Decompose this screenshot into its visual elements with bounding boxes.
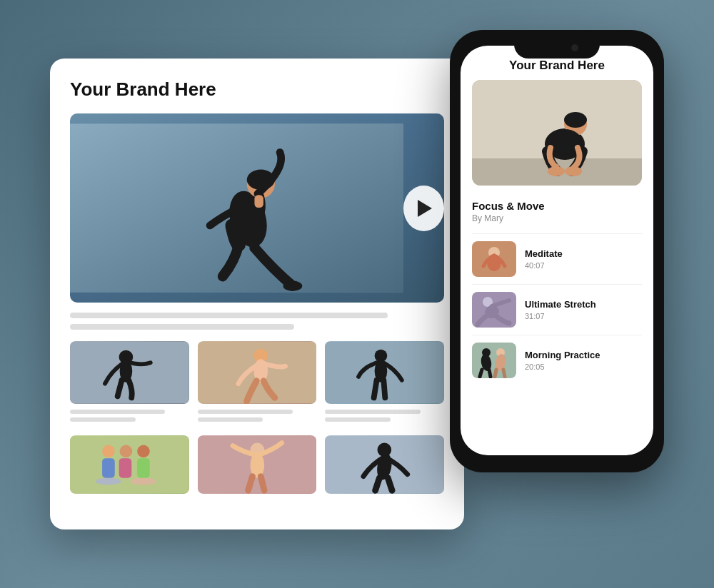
phone-item-duration-2: 31:07 bbox=[525, 312, 642, 320]
phone-screen: Your Brand Here bbox=[461, 46, 653, 455]
tablet-brand: Your Brand Here bbox=[70, 78, 444, 101]
phone-thumb-3 bbox=[472, 343, 516, 378]
play-icon bbox=[418, 200, 432, 217]
tablet-grid-item-2 bbox=[198, 341, 317, 425]
phone-item-duration-3: 20:05 bbox=[525, 363, 642, 371]
tablet-grid2-item-2 bbox=[198, 435, 317, 494]
svg-point-20 bbox=[137, 445, 150, 458]
svg-point-5 bbox=[283, 281, 303, 291]
svg-rect-7 bbox=[254, 195, 263, 208]
svg-rect-22 bbox=[119, 458, 132, 477]
phone-item-title-1: Meditate bbox=[525, 248, 642, 259]
phone-device: Your Brand Here bbox=[450, 30, 664, 472]
play-button[interactable] bbox=[403, 186, 444, 231]
svg-rect-21 bbox=[102, 458, 115, 477]
scene-container: Your Brand Here bbox=[50, 30, 664, 558]
grid-text-line-3b bbox=[325, 417, 391, 422]
grid-text-line-1a bbox=[70, 410, 165, 414]
svg-point-18 bbox=[102, 445, 115, 458]
phone-thumb-1 bbox=[472, 241, 516, 277]
grid-text-line-1b bbox=[70, 417, 136, 422]
svg-point-19 bbox=[120, 445, 133, 458]
tablet-text-lines bbox=[70, 313, 444, 330]
tablet-card: Your Brand Here bbox=[50, 59, 464, 529]
svg-point-24 bbox=[96, 478, 121, 485]
tablet-grid-1 bbox=[70, 341, 444, 425]
tablet-grid-2 bbox=[70, 435, 444, 494]
phone-list-item-2[interactable]: Ultimate Stretch 31:07 bbox=[461, 285, 653, 335]
tablet-grid2-item-3 bbox=[325, 435, 444, 494]
phone-item-title-3: Morning Practice bbox=[525, 350, 642, 360]
phone-class-title: Focus & Move bbox=[461, 200, 653, 213]
yoga-hero-svg bbox=[70, 113, 403, 303]
phone-notch bbox=[514, 39, 600, 59]
phone-camera bbox=[571, 44, 578, 51]
phone-list-item-3[interactable]: Morning Practice 20:05 bbox=[461, 335, 653, 385]
phone-item-text-1: Meditate 40:07 bbox=[525, 248, 642, 270]
phone-item-text-3: Morning Practice 20:05 bbox=[525, 350, 642, 371]
text-line-2 bbox=[70, 324, 294, 330]
tablet-grid-item-1 bbox=[70, 341, 189, 425]
svg-point-25 bbox=[131, 478, 156, 485]
svg-rect-23 bbox=[137, 458, 150, 477]
phone-content: Your Brand Here bbox=[461, 46, 653, 455]
tablet-grid2-item-1 bbox=[70, 435, 189, 494]
phone-item-text-2: Ultimate Stretch 31:07 bbox=[525, 299, 642, 320]
phone-list-item-1[interactable]: Meditate 40:07 bbox=[461, 234, 653, 284]
text-line-1 bbox=[70, 313, 388, 318]
phone-item-title-2: Ultimate Stretch bbox=[525, 299, 642, 310]
phone-thumb-2 bbox=[472, 292, 516, 328]
phone-item-duration-1: 40:07 bbox=[525, 261, 642, 270]
phone-hero-image bbox=[472, 80, 642, 186]
phone-class-subtitle: By Mary bbox=[461, 213, 653, 233]
svg-point-37 bbox=[564, 112, 587, 128]
grid-text-line-3a bbox=[325, 410, 420, 414]
tablet-video-hero bbox=[70, 113, 444, 303]
grid-text-line-2b bbox=[198, 417, 263, 422]
tablet-grid-item-3 bbox=[325, 341, 444, 425]
grid-text-line-2a bbox=[198, 410, 293, 414]
